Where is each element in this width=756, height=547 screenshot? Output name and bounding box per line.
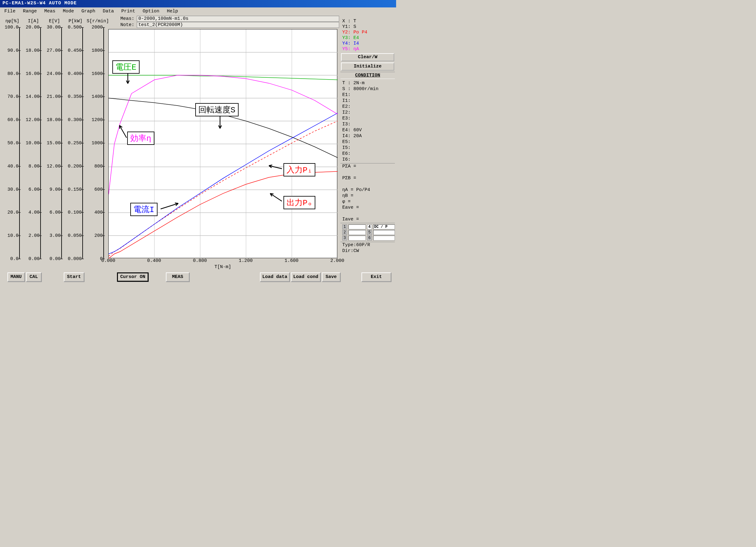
type-line: Type:60P/R (342, 242, 393, 248)
y-axis-2: E[V]30.0027.0024.0021.0018.0015.0012.009… (45, 15, 64, 264)
meas-button[interactable]: MEAS (166, 272, 189, 282)
cal-button[interactable]: CAL (26, 272, 41, 282)
x-label: T[N·m] (108, 264, 337, 269)
y-axes-panel: ηφ[%]100.090.080.070.060.050.040.030.020… (2, 15, 109, 264)
ch-5-box[interactable] (373, 230, 395, 235)
exit-button[interactable]: Exit (361, 272, 391, 282)
channel-grid: 1 4DC / P 2 5 3 6 (340, 223, 395, 242)
menu-mode[interactable]: Mode (60, 8, 77, 14)
annot-input: 入力Pᵢ (283, 163, 315, 176)
window-titlebar: PC-EMA1-W2S-W4 AUTO MODE (0, 0, 396, 7)
x-ticks: 0.0000.4000.8001.2001.6002.000 (108, 258, 337, 264)
svg-line-39 (119, 125, 120, 129)
legend-y4: Y4: I4 (342, 41, 393, 46)
start-button[interactable]: Start (64, 272, 84, 282)
ch-3-num: 3 (342, 235, 347, 240)
cursor-on-button[interactable]: Cursor ON (117, 272, 149, 282)
y-axis-3: P[kW]0.5000.4500.4000.3500.3000.2500.200… (66, 15, 85, 264)
annot-current: 電流I (130, 203, 158, 216)
ch-6-num: 6 (367, 235, 372, 240)
menu-bar: File Range Meas Mode Graph Data Print Op… (0, 7, 396, 15)
legend-box: X : T Y1: S Y2: Po P4 Y3: E4 Y4: I4 Y5: … (340, 17, 395, 53)
right-panel: X : T Y1: S Y2: Po P4 Y3: E4 Y4: I4 Y5: … (340, 17, 395, 254)
type-info: Type:60P/R Dir:CW (340, 242, 395, 254)
ch-2-num: 2 (342, 230, 347, 235)
menu-help[interactable]: Help (164, 8, 181, 14)
svg-line-46 (270, 193, 282, 201)
bottom-bar: MANU CAL Start Cursor ON MEAS Load data … (0, 272, 396, 285)
legend-y3: Y3: E4 (342, 35, 393, 41)
annot-efficiency: 効率η (127, 131, 154, 145)
legend-y5: Y5: ηA (342, 46, 393, 52)
annot-voltage: 電圧E (112, 60, 140, 74)
menu-data[interactable]: Data (100, 8, 117, 14)
save-button[interactable]: Save (322, 272, 340, 282)
ch-1-box[interactable] (348, 224, 366, 229)
svg-line-37 (119, 125, 127, 138)
menu-graph[interactable]: Graph (78, 8, 98, 14)
ch-5-num: 5 (367, 230, 372, 235)
chart-area: 電圧E 回転速度S 効率η 電流I 入力Pᵢ 出力Pₒ (108, 29, 337, 258)
menu-meas[interactable]: Meas (41, 8, 58, 14)
svg-line-42 (175, 203, 178, 203)
y-axis-4: S[r/min]20001800160014001200100080060040… (87, 15, 106, 264)
y-axis-1: I[A]20.0018.0016.0014.0012.0010.008.006.… (24, 15, 43, 264)
menu-option[interactable]: Option (140, 8, 162, 14)
note-label: Note: (108, 22, 137, 28)
manu-button[interactable]: MANU (7, 272, 25, 282)
svg-line-44 (269, 165, 272, 166)
ch-2-box[interactable] (348, 230, 366, 235)
initialize-button[interactable]: Initialize (341, 62, 394, 71)
y-axis-0: ηφ[%]100.090.080.070.060.050.040.030.020… (2, 15, 22, 264)
menu-print[interactable]: Print (118, 8, 138, 14)
ch-4-box[interactable]: DC / P (373, 224, 395, 229)
meta-bar: Meas:0-2000,100mN·m1.0s Note:test_2(PCR2… (108, 15, 339, 28)
legend-y2: Y2: Po P4 (342, 30, 393, 35)
condition-header: CONDITION (340, 72, 395, 79)
load-cond-button[interactable]: Load cond (291, 272, 321, 282)
legend-y1: Y1: S (342, 24, 393, 30)
annot-output: 出力Pₒ (283, 196, 315, 209)
note-value: test_2(PCR2000M) (137, 22, 339, 28)
clear-button[interactable]: Clear/W (341, 53, 394, 61)
ch-3-box[interactable] (348, 235, 366, 240)
menu-file[interactable]: File (1, 8, 19, 14)
ch-4-num: 4 (367, 224, 372, 229)
load-data-button[interactable]: Load data (260, 272, 290, 282)
menu-range[interactable]: Range (20, 8, 40, 14)
dir-line: Dir:CW (342, 248, 393, 254)
ch-6-box[interactable] (373, 235, 395, 240)
condition-list: T : 2N·mS : 8000r/minE1:I1:E2:I2:E3:I3:E… (340, 80, 395, 162)
sums-list: PΣA = PΣB = ηA = Po/P4ηB =φ =Eave = Iave… (340, 163, 395, 222)
annot-speed: 回転速度S (195, 103, 239, 116)
meas-value: 0-2000,100mN·m1.0s (137, 16, 339, 22)
ch-1-num: 1 (342, 224, 347, 229)
legend-x: X : T (342, 19, 393, 24)
meas-label: Meas: (108, 16, 137, 21)
svg-line-40 (161, 203, 178, 209)
